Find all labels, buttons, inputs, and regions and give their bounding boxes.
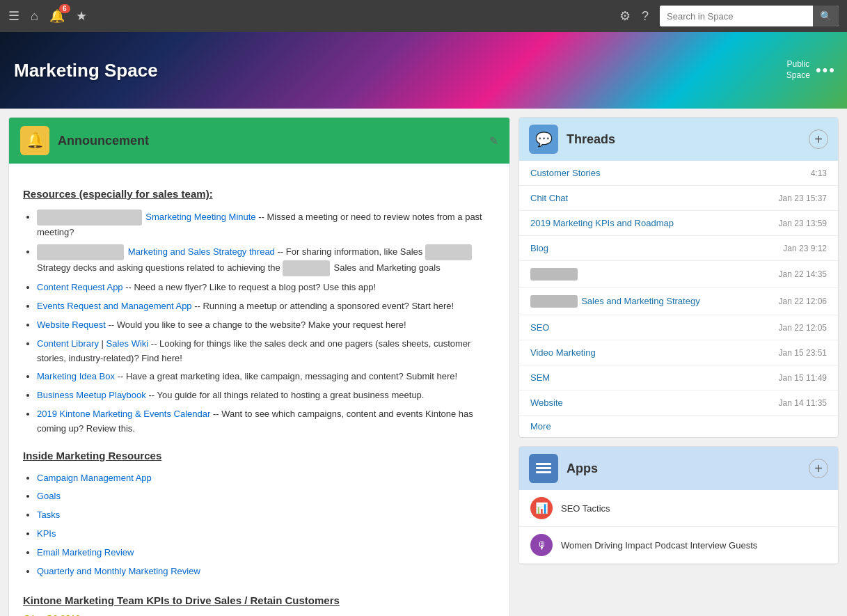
kpi-heading: Kintone Marketing Team KPIs to Drive Sal… xyxy=(23,592,496,609)
threads-panel: 💬 Threads + Customer Stories 4:13 Chit C… xyxy=(519,117,839,438)
announcement-panel: 🔔 Announcement ✎ Resources (especially f… xyxy=(8,117,510,616)
app-item-women-driving-impact[interactable]: 🎙 Women Driving Impact Podcast Interview… xyxy=(519,527,838,564)
list-item: ██████ ███ ████ Marketing and Sales Stra… xyxy=(37,244,496,276)
svg-rect-2 xyxy=(536,471,551,473)
threads-icon: 💬 xyxy=(529,125,558,154)
hamburger-icon[interactable]: ☰ xyxy=(8,8,19,24)
app-item-seo-tactics[interactable]: 📊 SEO Tactics xyxy=(519,490,838,527)
threads-header: 💬 Threads + xyxy=(519,118,838,161)
main-content: 🔔 Announcement ✎ Resources (especially f… xyxy=(0,109,847,616)
announcement-header: 🔔 Announcement ✎ xyxy=(9,118,509,164)
events-request-link[interactable]: Events Request and Management App xyxy=(37,301,192,311)
quarterly-monthly-review-link[interactable]: Quarterly and Monthly Marketing Review xyxy=(37,566,200,576)
thread-item-website[interactable]: Website Jan 14 11:35 xyxy=(519,390,838,415)
search-button[interactable]: 🔍 xyxy=(813,6,839,26)
kpis-link[interactable]: KPIs xyxy=(37,528,56,539)
threads-more-link[interactable]: More xyxy=(519,415,838,437)
campaign-mgmt-link[interactable]: Campaign Management App xyxy=(37,473,152,483)
list-item: Campaign Management App xyxy=(37,471,496,486)
thread-item-kpis-roadmap[interactable]: 2019 Marketing KPIs and Roadmap Jan 23 1… xyxy=(519,211,838,236)
list-item: Business Meetup Playbook -- You guide fo… xyxy=(37,388,496,403)
announcement-icon: 🔔 xyxy=(20,126,49,155)
list-item: Tasks xyxy=(37,508,496,523)
content-library-link[interactable]: Content Library xyxy=(37,338,99,349)
list-item: Website Request -- Would you like to see… xyxy=(37,318,496,333)
thread-item-customer-stories[interactable]: Customer Stories 4:13 xyxy=(519,161,838,186)
gear-icon[interactable]: ⚙ xyxy=(619,8,631,24)
apps-header: Apps + xyxy=(519,447,838,490)
blurred-strategy: ███████ xyxy=(425,244,473,260)
marketing-idea-box-link[interactable]: Marketing Idea Box xyxy=(37,371,115,381)
space-title: Marketing Space xyxy=(0,60,786,81)
marketing-calendar-link[interactable]: 2019 Kintone Marketing & Events Calendar xyxy=(37,409,210,419)
thread-list: Customer Stories 4:13 Chit Chat Jan 23 1… xyxy=(519,161,838,415)
public-space-label: Public Space xyxy=(786,59,810,81)
list-item: Events Request and Management App -- Run… xyxy=(37,299,496,314)
favorites-icon[interactable]: ★ xyxy=(76,8,87,24)
thread-item-blurred[interactable]: ███████ Jan 22 14:35 xyxy=(519,261,838,288)
tasks-link[interactable]: Tasks xyxy=(37,510,60,520)
list-item: Marketing Idea Box -- Have a great marke… xyxy=(37,370,496,384)
women-driving-impact-name: Women Driving Impact Podcast Interview G… xyxy=(561,540,757,551)
list-item: Content Request App -- Need a new flyer?… xyxy=(37,281,496,295)
marketing-strategy-thread-link[interactable]: Marketing and Sales Strategy thread xyxy=(128,246,275,257)
search-input[interactable] xyxy=(660,6,813,26)
top-navigation: ☰ ⌂ 🔔 6 ★ ⚙ ? 🔍 xyxy=(0,0,847,32)
blurred-goals: ███████ xyxy=(283,260,330,276)
right-panel: 💬 Threads + Customer Stories 4:13 Chit C… xyxy=(519,117,839,616)
announcement-title: Announcement xyxy=(58,134,481,148)
seo-tactics-name: SEO Tactics xyxy=(561,503,610,514)
add-thread-button[interactable]: + xyxy=(809,129,828,149)
blurred-name2: ██████ ███ ████ xyxy=(37,244,124,260)
website-request-link[interactable]: Website Request xyxy=(37,319,106,330)
apps-icon xyxy=(529,454,558,483)
thread-item-video-marketing[interactable]: Video Marketing Jan 15 23:51 xyxy=(519,340,838,365)
goals-link[interactable]: Goals xyxy=(37,491,61,501)
email-marketing-review-link[interactable]: Email Marketing Review xyxy=(37,547,134,558)
announcement-body: Resources (especially for sales team): █… xyxy=(9,164,509,616)
inside-marketing-heading: Inside Marketing Resources xyxy=(23,448,496,464)
thread-item-seo[interactable]: SEO Jan 22 12:05 xyxy=(519,315,838,340)
list-item: Goals xyxy=(37,489,496,504)
home-icon[interactable]: ⌂ xyxy=(31,9,38,24)
list-item: Quarterly and Monthly Marketing Review xyxy=(37,564,496,579)
list-item: 2019 Kintone Marketing & Events Calendar… xyxy=(37,407,496,436)
thread-item-chit-chat[interactable]: Chit Chat Jan 23 15:37 xyxy=(519,186,838,211)
resources-heading: Resources (especially for sales team): xyxy=(23,186,496,203)
sales-wiki-link[interactable]: Sales Wiki xyxy=(106,338,149,349)
apps-title: Apps xyxy=(567,461,800,476)
svg-rect-1 xyxy=(536,467,551,469)
content-request-link[interactable]: Content Request App xyxy=(37,282,123,292)
business-meetup-link[interactable]: Business Meetup Playbook xyxy=(37,390,146,400)
threads-title: Threads xyxy=(567,132,800,147)
search-bar: 🔍 xyxy=(660,6,839,26)
list-item: ██████ ███ ███████ Smarketing Meeting Mi… xyxy=(37,210,496,240)
kpi-subtext: Q1 + Q2 2019 xyxy=(23,612,496,616)
thread-item-sales-strategy[interactable]: ███████ Sales and Marketing Strategy Jan… xyxy=(519,288,838,315)
apps-panel: Apps + 📊 SEO Tactics 🎙 Women Driving Imp… xyxy=(519,446,839,564)
space-header: Marketing Space Public Space ••• xyxy=(0,32,847,109)
women-driving-impact-icon: 🎙 xyxy=(530,534,553,556)
seo-tactics-icon: 📊 xyxy=(530,497,553,519)
thread-item-sem[interactable]: SEM Jan 15 11:49 xyxy=(519,365,838,390)
list-item: Email Marketing Review xyxy=(37,546,496,560)
space-header-actions: Public Space ••• xyxy=(786,59,847,81)
edit-announcement-button[interactable]: ✎ xyxy=(489,134,498,148)
add-app-button[interactable]: + xyxy=(809,459,828,478)
smarketing-link[interactable]: Smarketing Meeting Minute xyxy=(145,212,255,222)
list-item: Content Library | Sales Wiki -- Looking … xyxy=(37,337,496,366)
resources-list: ██████ ███ ███████ Smarketing Meeting Mi… xyxy=(23,210,496,436)
notifications-icon[interactable]: 🔔 6 xyxy=(49,8,65,24)
svg-rect-0 xyxy=(536,463,551,465)
help-icon[interactable]: ? xyxy=(642,9,649,24)
notification-badge: 6 xyxy=(59,4,70,13)
blurred-name: ██████ ███ ███████ xyxy=(37,210,142,226)
inside-marketing-list: Campaign Management App Goals Tasks KPIs… xyxy=(23,471,496,579)
list-item: KPIs xyxy=(37,527,496,542)
space-more-menu[interactable]: ••• xyxy=(816,61,836,79)
thread-item-blog[interactable]: Blog Jan 23 9:12 xyxy=(519,236,838,261)
